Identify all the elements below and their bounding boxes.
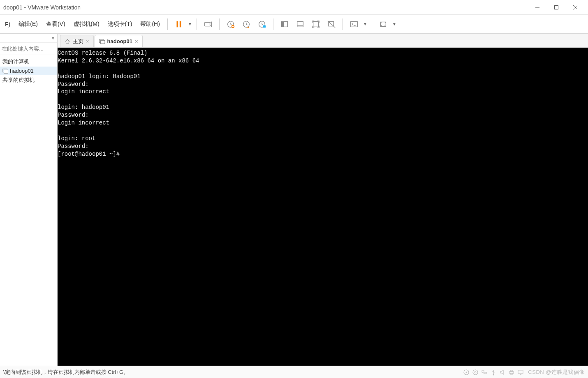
- watermark: CSDN @连胜是我偶像: [528, 369, 585, 376]
- vm-icon: [99, 39, 105, 44]
- stretch-button[interactable]: [376, 17, 390, 31]
- close-button[interactable]: [566, 1, 585, 14]
- svg-point-31: [493, 374, 494, 375]
- minimize-icon: [535, 5, 539, 9]
- view-multi-button[interactable]: [293, 17, 307, 31]
- menu-help[interactable]: 帮助(H): [136, 18, 164, 30]
- clock-snapshot-icon: [226, 20, 235, 29]
- window-title: doop01 - VMware Workstation: [3, 4, 81, 11]
- power-pause-button[interactable]: [172, 17, 186, 31]
- separator: [343, 18, 343, 30]
- send-ctrl-alt-del-button[interactable]: [201, 17, 215, 31]
- sidebar: × ▼ 我的计算机 hadoop01 共享的虚拟机: [0, 34, 58, 366]
- clock-manager-icon: [257, 20, 266, 29]
- menu-vm[interactable]: 虚拟机(M): [69, 18, 104, 30]
- tab-label: 主页: [73, 38, 83, 45]
- svg-rect-19: [351, 21, 358, 27]
- svg-rect-6: [205, 22, 210, 26]
- statusbar: \定向到该虚拟机，请在虚拟机内部单击或按 Ctrl+G。 CSDN @连胜是我偶…: [0, 366, 588, 378]
- svg-rect-11: [263, 25, 266, 28]
- tab-hadoop01[interactable]: hadoop01 ×: [95, 35, 143, 47]
- display-icon[interactable]: [517, 369, 524, 376]
- vm-tree: 我的计算机 hadoop01 共享的虚拟机: [0, 55, 57, 87]
- tab-close-button[interactable]: ×: [135, 38, 138, 44]
- sidebar-search[interactable]: ▼: [0, 43, 57, 55]
- separator: [372, 18, 372, 30]
- separator: [273, 18, 273, 30]
- svg-point-26: [466, 371, 467, 373]
- tab-home[interactable]: 主页 ×: [60, 35, 94, 47]
- close-icon: [573, 5, 577, 9]
- disk-icon[interactable]: [463, 369, 470, 376]
- watermark-label: CSDN @连胜是我偶像: [528, 369, 585, 376]
- view-single-button[interactable]: [278, 17, 292, 31]
- tree-item-mycomputer[interactable]: 我的计算机: [0, 57, 57, 67]
- menubar: F) 编辑(E) 查看(V) 虚拟机(M) 选项卡(T) 帮助(H) ▼: [0, 15, 588, 34]
- vm-icon: [2, 68, 8, 74]
- svg-rect-35: [518, 370, 523, 373]
- tree-item-shared[interactable]: 共享的虚拟机: [0, 75, 57, 85]
- usb-icon[interactable]: [490, 369, 497, 376]
- tab-label: hadoop01: [107, 38, 132, 44]
- unity-button[interactable]: [324, 17, 338, 31]
- tab-close-button[interactable]: ×: [86, 38, 89, 44]
- snapshot-revert-button[interactable]: [239, 17, 253, 31]
- minimize-button[interactable]: [528, 1, 547, 14]
- tree-item-hadoop01[interactable]: hadoop01: [0, 67, 57, 75]
- svg-rect-1: [555, 5, 558, 9]
- snapshot-manager-button[interactable]: [255, 17, 269, 31]
- svg-rect-24: [100, 40, 105, 44]
- tree-item-label: 我的计算机: [2, 58, 29, 65]
- svg-point-27: [473, 370, 478, 375]
- sidebar-close-button[interactable]: ×: [51, 35, 55, 41]
- svg-rect-13: [282, 21, 284, 27]
- maximize-icon: [554, 5, 558, 9]
- panel-multi-icon: [296, 20, 305, 29]
- menu-tabs[interactable]: 选项卡(T): [104, 18, 137, 30]
- fullscreen-icon: [311, 20, 320, 29]
- terminal-console[interactable]: CentOS release 6.8 (Final) Kernel 2.6.32…: [58, 48, 588, 366]
- unity-icon: [327, 20, 336, 29]
- svg-rect-33: [510, 370, 513, 371]
- fullscreen-button[interactable]: [309, 17, 323, 31]
- svg-rect-22: [4, 70, 9, 73]
- stretch-icon: [379, 20, 388, 29]
- svg-point-28: [475, 371, 476, 373]
- svg-rect-4: [176, 21, 178, 27]
- menu-view[interactable]: 查看(V): [42, 18, 69, 30]
- network-icon[interactable]: [481, 369, 488, 376]
- cd-icon[interactable]: [472, 369, 479, 376]
- home-icon: [65, 39, 70, 44]
- svg-rect-14: [297, 21, 303, 27]
- stretch-dropdown[interactable]: ▼: [391, 22, 398, 26]
- maximize-button[interactable]: [547, 1, 566, 14]
- titlebar: doop01 - VMware Workstation: [0, 0, 588, 15]
- keyboard-send-icon: [204, 20, 213, 29]
- menu-edit[interactable]: 编辑(E): [14, 18, 42, 30]
- status-message: \定向到该虚拟机，请在虚拟机内部单击或按 Ctrl+G。: [3, 369, 129, 376]
- separator: [219, 18, 220, 30]
- clock-revert-icon: [242, 20, 251, 29]
- printer-icon[interactable]: [508, 369, 515, 376]
- sound-icon[interactable]: [499, 369, 506, 376]
- tab-row: 主页 × hadoop01 ×: [58, 34, 588, 48]
- separator: [167, 18, 168, 30]
- tree-item-label: 共享的虚拟机: [2, 76, 35, 84]
- tree-item-label: hadoop01: [10, 68, 34, 74]
- console-dropdown[interactable]: ▼: [362, 22, 368, 26]
- status-tray: [463, 369, 524, 376]
- svg-rect-16: [313, 21, 318, 27]
- power-dropdown[interactable]: ▼: [187, 22, 193, 26]
- pause-icon: [174, 20, 183, 29]
- console-icon: [350, 20, 359, 29]
- svg-rect-29: [482, 371, 484, 372]
- console-button[interactable]: [347, 17, 361, 31]
- separator: [197, 18, 197, 30]
- panel-single-icon: [280, 20, 289, 29]
- menu-file[interactable]: F): [1, 18, 14, 30]
- svg-rect-5: [180, 21, 181, 27]
- snapshot-take-button[interactable]: [224, 17, 238, 31]
